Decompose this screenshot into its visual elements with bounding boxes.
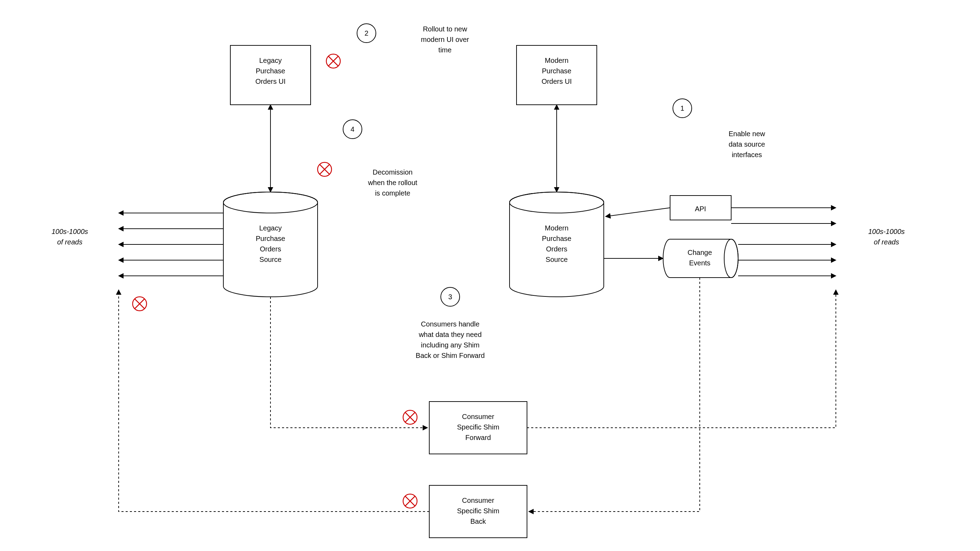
decom-icon-legacy-source	[318, 162, 332, 176]
decom-icon-shim-back	[403, 494, 417, 508]
left-reads-label: 100s-1000sof reads	[52, 228, 88, 246]
decom-icon-legacy-ui	[326, 54, 340, 68]
legacy-source-cylinder: LegacyPurchaseOrdersSource	[223, 192, 318, 297]
shim-back-box: ConsumerSpecific ShimBack	[429, 485, 527, 538]
step-3: 3 Consumers handlewhat data they needinc…	[416, 287, 485, 359]
events-to-shim-back	[529, 278, 700, 511]
decom-icon-shim-forward	[403, 410, 417, 424]
svg-text:3: 3	[448, 293, 452, 301]
step-4-text: Decomissionwhen the rolloutis complete	[368, 168, 417, 197]
decom-icon-left-reads	[133, 297, 146, 311]
shim-back-to-left	[119, 290, 429, 511]
step-1: 1 Enable newdata sourceinterfaces	[673, 99, 765, 159]
api-source-connector	[606, 208, 670, 217]
legacy-ui-label: LegacyPurchaseOrders UI	[256, 57, 286, 85]
step-3-text: Consumers handlewhat data they needinclu…	[416, 320, 485, 359]
shim-forward-box: ConsumerSpecific ShimForward	[429, 401, 527, 454]
api-box: API	[670, 196, 731, 220]
svg-text:1: 1	[680, 104, 684, 112]
step-2: 2 Rollout to newmodern UI overtime	[357, 24, 469, 54]
legacy-to-shim-forward	[270, 297, 428, 428]
shim-forward-to-right	[527, 290, 836, 428]
api-label: API	[695, 205, 706, 213]
left-reads-arrows	[119, 213, 223, 276]
right-reads-arrows	[731, 208, 836, 276]
svg-text:4: 4	[350, 125, 354, 133]
change-events-cylinder: ChangeEvents	[663, 239, 738, 278]
svg-rect-0	[230, 45, 310, 105]
modern-source-cylinder: ModernPurchaseOrdersSource	[509, 192, 604, 297]
step-2-text: Rollout to newmodern UI overtime	[421, 25, 469, 54]
modern-ui-box: ModernPurchaseOrders UI	[517, 45, 597, 105]
svg-text:2: 2	[364, 29, 368, 37]
step-1-text: Enable newdata sourceinterfaces	[729, 130, 765, 159]
right-reads-label: 100s-1000sof reads	[868, 228, 905, 246]
legacy-ui-box: LegacyPurchaseOrders UI	[230, 45, 310, 105]
architecture-diagram: LegacyPurchaseOrders UI ModernPurchaseOr…	[0, 0, 980, 551]
svg-rect-1	[517, 45, 597, 105]
step-4: 4 Decomissionwhen the rolloutis complete	[343, 120, 417, 197]
modern-ui-label: ModernPurchaseOrders UI	[542, 57, 572, 85]
